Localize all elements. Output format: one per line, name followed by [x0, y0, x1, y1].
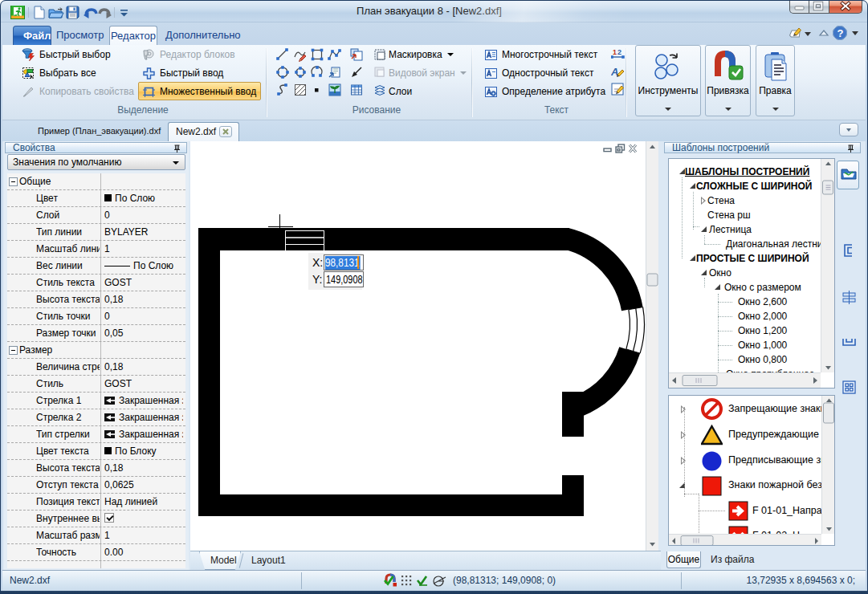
svg-text:2: 2: [617, 48, 621, 56]
svg-text:1: 1: [613, 48, 617, 56]
svg-text:?: ?: [837, 27, 844, 39]
